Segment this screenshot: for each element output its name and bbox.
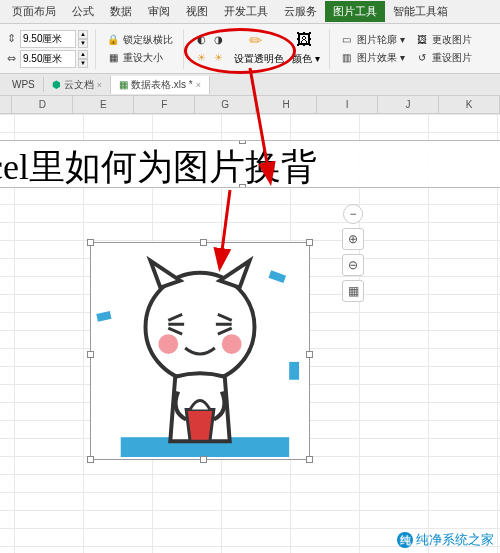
col-F[interactable]: F xyxy=(134,96,195,113)
reset-size-button[interactable]: ▦ 重设大小 xyxy=(103,50,176,66)
effect-label: 图片效果 ▾ xyxy=(357,51,405,65)
close-icon[interactable]: × xyxy=(97,80,102,90)
menu-dev-tools[interactable]: 开发工具 xyxy=(216,1,276,22)
effect-icon: ▥ xyxy=(340,51,354,65)
tab-cloud-label: 云文档 xyxy=(64,78,94,92)
svg-point-6 xyxy=(158,334,178,354)
col-G[interactable]: G xyxy=(195,96,256,113)
col-D[interactable]: D xyxy=(12,96,73,113)
height-up[interactable]: ▲ xyxy=(78,30,88,39)
menu-review[interactable]: 审阅 xyxy=(140,1,178,22)
lock-ratio-button[interactable]: 🔒 锁定纵横比 xyxy=(103,32,176,48)
float-zoom-out-button[interactable]: ⊖ xyxy=(342,254,364,276)
sun-icon: ☀ xyxy=(194,51,208,65)
sun-icon-2: ☀ xyxy=(211,51,225,65)
set-transparent-button[interactable]: ✏ 设置透明色 xyxy=(232,29,286,68)
menu-data[interactable]: 数据 xyxy=(102,1,140,22)
spreadsheet-grid: D E F G H I J K xcel里如何为图片换背 xyxy=(0,96,500,553)
width-up[interactable]: ▲ xyxy=(78,50,88,59)
tab-file[interactable]: ▦ 数据表格.xls * × xyxy=(111,76,210,94)
set-transparent-label: 设置透明色 xyxy=(234,52,284,66)
color-icon: 🖼 xyxy=(296,31,316,51)
color-label: 颜色 ▾ xyxy=(292,52,320,66)
change-pic-label: 更改图片 xyxy=(432,33,472,47)
menu-picture-tools[interactable]: 图片工具 xyxy=(325,1,385,22)
col-I[interactable]: I xyxy=(317,96,378,113)
float-zoom-in-button[interactable]: ⊕ xyxy=(342,228,364,250)
contrast-icon: ◐ xyxy=(194,33,208,47)
title-text: xcel里如何为图片换背 xyxy=(0,147,317,187)
watermark-text: 纯净系统之家 xyxy=(416,531,494,549)
width-input[interactable]: 9.50厘米 xyxy=(20,50,76,68)
effect-button[interactable]: ▥ 图片效果 ▾ xyxy=(337,50,408,66)
menu-formula[interactable]: 公式 xyxy=(64,1,102,22)
col-J[interactable]: J xyxy=(378,96,439,113)
watermark-logo-icon: 纯 xyxy=(397,532,413,548)
watermark: 纯 纯净系统之家 xyxy=(397,531,494,549)
col-H[interactable]: H xyxy=(256,96,317,113)
svg-rect-3 xyxy=(289,362,299,380)
color-button[interactable]: 🖼 颜色 ▾ xyxy=(290,29,322,68)
change-pic-icon: 🖼 xyxy=(415,33,429,47)
menu-page-layout[interactable]: 页面布局 xyxy=(4,1,64,22)
floating-tools: − ⊕ ⊖ ▦ xyxy=(340,204,366,302)
title-textbox[interactable]: xcel里如何为图片换背 xyxy=(0,140,500,188)
size-group: ⇕ 9.50厘米 ▲▼ ⇔ 9.50厘米 ▲▼ xyxy=(4,30,88,68)
outline-button[interactable]: ▭ 图片轮廓 ▾ xyxy=(337,32,408,48)
float-minus-button[interactable]: − xyxy=(343,204,363,224)
menu-cloud-service[interactable]: 云服务 xyxy=(276,1,325,22)
height-input[interactable]: 9.50厘米 xyxy=(20,30,76,48)
inserted-image[interactable] xyxy=(90,242,310,460)
reset-size-label: 重设大小 xyxy=(123,51,163,65)
cells-area[interactable]: xcel里如何为图片换背 xyxy=(0,114,500,553)
doc-tabs: WPS ⬢ 云文档 × ▦ 数据表格.xls * × xyxy=(0,74,500,96)
change-pic-button[interactable]: 🖼 更改图片 xyxy=(412,32,475,48)
sheet-icon: ▦ xyxy=(119,79,128,90)
lock-ratio-label: 锁定纵横比 xyxy=(123,33,173,47)
outline-label: 图片轮廓 ▾ xyxy=(357,33,405,47)
height-down[interactable]: ▼ xyxy=(78,39,88,48)
tab-wps[interactable]: WPS xyxy=(4,77,44,92)
sun-row[interactable]: ☀ ☀ xyxy=(191,50,228,66)
reset-pic-label: 重设图片 xyxy=(432,51,472,65)
reset-pic-icon: ↺ xyxy=(415,51,429,65)
cube-icon: ⬢ xyxy=(52,79,61,90)
outline-icon: ▭ xyxy=(340,33,354,47)
menu-smart-toolbox[interactable]: 智能工具箱 xyxy=(385,1,456,22)
cat-illustration xyxy=(91,243,309,459)
column-headers: D E F G H I J K xyxy=(0,96,500,114)
brightness-icon: ◑ xyxy=(211,33,225,47)
width-icon: ⇔ xyxy=(4,52,18,66)
menu-bar: 页面布局 公式 数据 审阅 视图 开发工具 云服务 图片工具 智能工具箱 xyxy=(0,0,500,24)
float-layout-button[interactable]: ▦ xyxy=(342,280,364,302)
svg-point-7 xyxy=(222,334,242,354)
contrast-row[interactable]: ◐ ◑ xyxy=(191,32,228,48)
reset-pic-button[interactable]: ↺ 重设图片 xyxy=(412,50,475,66)
col-E[interactable]: E xyxy=(73,96,134,113)
col-K[interactable]: K xyxy=(439,96,500,113)
width-down[interactable]: ▼ xyxy=(78,59,88,68)
close-icon[interactable]: × xyxy=(196,80,201,90)
tab-file-label: 数据表格.xls * xyxy=(131,78,193,92)
tab-cloud-doc[interactable]: ⬢ 云文档 × xyxy=(44,76,111,94)
ribbon: ⇕ 9.50厘米 ▲▼ ⇔ 9.50厘米 ▲▼ 🔒 锁定纵横比 ▦ 重设大小 ◐… xyxy=(0,24,500,74)
tab-wps-label: WPS xyxy=(12,79,35,90)
wand-icon: ✏ xyxy=(249,31,269,51)
height-icon: ⇕ xyxy=(4,32,18,46)
lock-icon: 🔒 xyxy=(106,33,120,47)
menu-view[interactable]: 视图 xyxy=(178,1,216,22)
reset-size-icon: ▦ xyxy=(106,51,120,65)
